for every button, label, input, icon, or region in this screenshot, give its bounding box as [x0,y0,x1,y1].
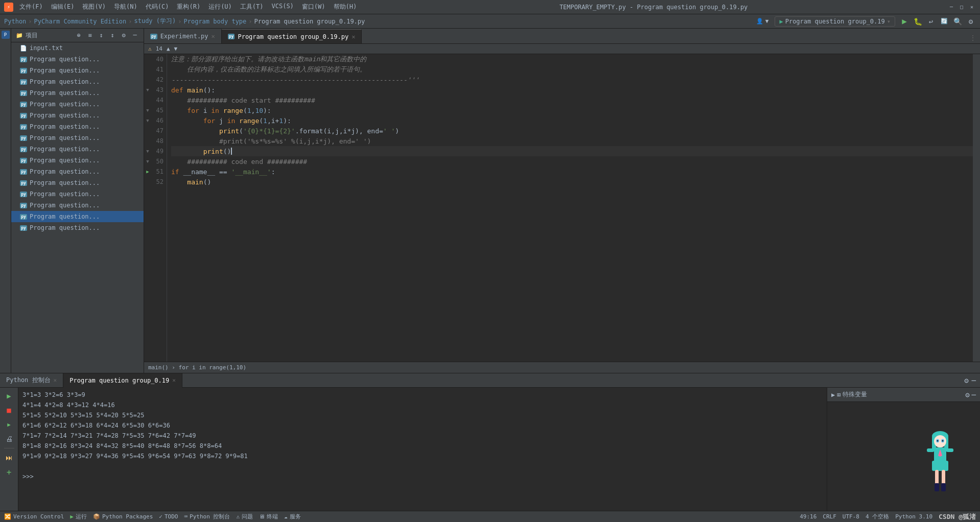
console-debug-icon[interactable]: ⏭ [3,452,15,464]
console-resume-icon[interactable]: ▶ [3,418,15,431]
status-indent[interactable]: 4 个空格 [866,513,889,520]
breadcrumb-body-type[interactable]: Program body type [183,18,246,25]
minimize-button[interactable]: ─ [947,3,955,11]
code-content[interactable]: 40 41 42 ▼ [144,54,980,362]
search-everywhere-button[interactable]: 🔍 [952,16,963,27]
python-console-label: Python 控制台 [190,513,230,520]
menu-item[interactable]: 工具(T) [237,2,267,12]
console-run-icon[interactable]: ▶ [3,390,15,402]
sidebar-item-py-1[interactable]: py Program question... [11,54,144,65]
status-service[interactable]: ☁ 服务 [284,513,301,520]
sidebar-item-py-4[interactable]: py Program question... [11,87,144,99]
menu-item[interactable]: 代码(C) [143,2,172,12]
window-controls[interactable]: ─ □ ✕ [947,3,976,11]
sidebar-settings-icon[interactable]: ⚙ [119,31,128,40]
sidebar-item-py-9[interactable]: py Program question... [11,144,144,155]
run-button[interactable]: ▶ [899,16,909,27]
bottom-panel-close-icon[interactable]: ─ [972,376,976,385]
status-python-packages[interactable]: 📦 Python Packages [93,513,153,520]
debug-button[interactable]: 🐛 [913,16,923,27]
breadcrumb-pycharm[interactable]: PyCharm Community Edition [34,18,127,25]
variables-close-icon[interactable]: ─ [972,391,976,399]
sidebar-item-py-13[interactable]: py Program question... [11,188,144,200]
menu-item[interactable]: 帮助(H) [331,2,360,12]
console-stop-icon[interactable]: ■ [3,404,15,416]
bottom-tab-program-question[interactable]: Program question group_0.19 ✕ [63,373,182,388]
variables-settings-icon[interactable]: ⚙ [965,391,969,399]
menu-bar[interactable]: 文件(F)编辑(E)视图(V)导航(N)代码(C)重构(R)运行(U)工具(T)… [16,2,360,12]
bottom-tab-console-close[interactable]: ✕ [54,377,57,384]
status-position[interactable]: 49:16 [800,513,816,520]
editor-scrollbar[interactable] [973,54,980,362]
sidebar-collapse-icon[interactable]: ≡ [85,31,95,40]
status-line-sep[interactable]: CRLF [823,513,836,520]
status-run[interactable]: ▶ 运行 [70,513,87,520]
sidebar-item-py-14[interactable]: py Program question... [11,200,144,211]
menu-item[interactable]: 窗口(W) [299,2,329,12]
console-toolbar-sep [4,448,14,448]
code-lines[interactable]: 注意：部分源程序给出如下。请勿改动主函数main和其它函数中的 任何内容，仅在函… [167,54,973,362]
bottom-panel-settings-icon[interactable]: ⚙ [964,376,968,385]
close-button[interactable]: ✕ [968,3,976,11]
menu-item[interactable]: VCS(S) [269,2,297,12]
coverage-button[interactable]: ↩ [926,16,936,27]
status-encoding[interactable]: UTF-8 [843,513,859,520]
console-print-icon[interactable]: 🖨 [3,433,15,445]
line-gutter: 40 41 42 ▼ [144,54,167,362]
menu-item[interactable]: 文件(F) [16,2,46,12]
tab-overflow-button[interactable]: ⋮ [966,32,980,43]
sidebar-item-py-12[interactable]: py Program question... [11,177,144,188]
sidebar-sort2-icon[interactable]: ↕ [108,31,117,40]
console-add-icon[interactable]: + [3,466,15,478]
console-prompt-line[interactable]: >>> [18,471,827,482]
status-python-ver[interactable]: Python 3.10 [895,513,932,520]
status-problem[interactable]: ⚠ 问题 [236,513,253,520]
profile-button[interactable]: 🔄 [939,16,949,27]
chevron-down-icon-editor[interactable]: ▼ [174,45,178,52]
sidebar-locate-icon[interactable]: ⊕ [74,31,83,40]
sidebar-item-py-10[interactable]: py Program question... [11,155,144,166]
sidebar-item-py-6[interactable]: py Program question... [11,110,144,121]
menu-item[interactable]: 视图(V) [79,2,109,12]
sidebar-item-py-8[interactable]: py Program question... [11,132,144,144]
breadcrumb-python[interactable]: Python [4,18,26,25]
menu-item[interactable]: 重构(R) [174,2,203,12]
tab-experiment[interactable]: py Experiment.py ✕ [144,29,222,43]
sidebar-item-py-16[interactable]: py Program question... [11,222,144,233]
chevron-up-icon[interactable]: ▲ [167,45,170,52]
menu-item[interactable]: 导航(N) [111,2,141,12]
breadcrumb-study[interactable]: study (学习) [134,17,176,26]
run-config-label: Program question group_0.19 [785,18,885,25]
sidebar-item-py-11[interactable]: py Program question... [11,166,144,177]
status-todo[interactable]: ✓ TODO [159,513,178,520]
menu-item[interactable]: 编辑(E) [48,2,78,12]
bottom-tab-python-console[interactable]: Python 控制台 ✕ [0,373,63,388]
python-packages-label: Python Packages [102,513,153,520]
editor-breadcrumb-bar: main() › for i in range(1,10) [144,362,980,373]
console-output[interactable]: 3*1=3 3*2=6 3*3=9 4*1=4 4*2=8 4*3=12 4*4… [18,388,827,511]
sidebar-item-input-txt[interactable]: 📄 input.txt [11,42,144,54]
variables-expand-icon[interactable]: ▶ [831,391,835,398]
tab-experiment-close[interactable]: ✕ [212,33,215,40]
sidebar-sort-icon[interactable]: ↕ [97,31,106,40]
user-icon[interactable]: 👤 [756,18,763,25]
status-version-control[interactable]: 🔀 Version Control [4,513,64,520]
settings-button[interactable]: ⚙ [966,16,976,27]
run-config-selector[interactable]: ▶ Program question group_0.19 ▾ [775,16,895,27]
sidebar-item-py-7[interactable]: py Program question... [11,121,144,132]
sidebar-close-icon[interactable]: ─ [130,31,139,40]
status-python-console[interactable]: ⌨ Python 控制台 [184,513,230,520]
menu-item[interactable]: 运行(U) [205,2,235,12]
sidebar-item-py-15[interactable]: py Program question... [11,211,144,222]
sidebar-item-py-3[interactable]: py Program question... [11,76,144,87]
bottom-tab-program-close[interactable]: ✕ [172,377,176,384]
tab-program-close[interactable]: ✕ [352,33,355,40]
sidebar-item-py-5[interactable]: py Program question... [11,99,144,110]
status-terminal[interactable]: 🖥 终端 [259,513,278,520]
maximize-button[interactable]: □ [958,3,966,11]
code-editor[interactable]: ⚠ 14 ▲ ▼ 40 [144,44,980,373]
breadcrumb-current-file[interactable]: Program question group_0.19.py [254,18,365,25]
project-strip-icon[interactable]: P [2,31,10,39]
tab-program-question[interactable]: py Program question group_0.19.py ✕ [222,29,362,43]
sidebar-item-py-2[interactable]: py Program question... [11,65,144,76]
